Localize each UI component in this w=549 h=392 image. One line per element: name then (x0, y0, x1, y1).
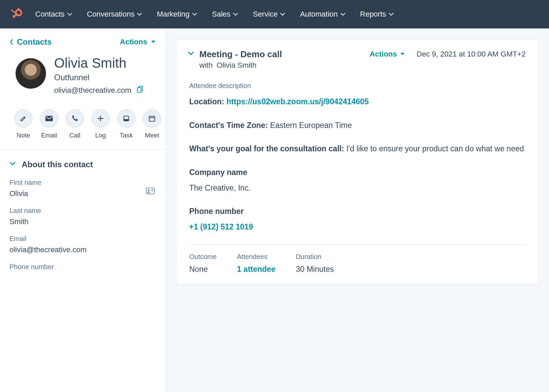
nav-label: Marketing (157, 10, 190, 19)
svg-rect-12 (149, 116, 155, 122)
attendees-value[interactable]: 1 attendee (237, 265, 276, 274)
activity-heading: Meeting - Demo call with Olivia Smith (199, 49, 282, 70)
chevron-down-icon (137, 13, 142, 16)
activity-with: with Olivia Smith (199, 61, 282, 70)
phone-field[interactable]: Phone number (9, 263, 156, 271)
about-title: About this contact (22, 160, 93, 169)
action-label: Task (119, 132, 133, 139)
with-name: Olivia Smith (217, 61, 256, 69)
nav-marketing[interactable]: Marketing (157, 10, 197, 19)
nav-label: Automation (300, 10, 337, 19)
contact-email-row: olivia@thecreative.com (54, 86, 144, 95)
calendar-icon (143, 109, 161, 128)
plus-icon (91, 109, 110, 128)
last-name-value: Smith (9, 217, 156, 226)
attendees-label: Attendees (237, 253, 276, 261)
svg-rect-11 (124, 119, 129, 121)
chevron-down-icon (9, 161, 16, 168)
location-link[interactable]: https://us02web.zoom.us/j/9042414605 (226, 97, 369, 106)
main-container: Contacts Actions Olivia Smith Outfunnel … (0, 28, 549, 392)
caret-down-icon (400, 52, 405, 56)
attendees-col[interactable]: Attendees 1 attendee (237, 253, 276, 274)
nav-sales[interactable]: Sales (212, 10, 238, 19)
phone-label-line: Phone number (189, 205, 526, 218)
email-icon (40, 109, 58, 128)
duration-col[interactable]: Duration 30 Minutes (296, 253, 334, 274)
about-header[interactable]: About this contact (9, 160, 156, 169)
nav-conversations[interactable]: Conversations (87, 10, 142, 19)
svg-rect-8 (137, 88, 141, 92)
nav-service[interactable]: Service (253, 10, 285, 19)
top-nav: Contacts Conversations Marketing Sales S… (0, 0, 549, 28)
contact-actions-dropdown[interactable]: Actions (120, 38, 156, 46)
vcard-icon[interactable] (146, 188, 155, 196)
action-label: Email (41, 132, 57, 139)
action-label: Call (69, 132, 81, 139)
back-label: Contacts (17, 37, 52, 47)
timezone-line: Contact's Time Zone: Eastern European Ti… (189, 119, 526, 132)
nav-reports[interactable]: Reports (360, 10, 394, 19)
timezone-value: Eastern European Time (270, 121, 352, 130)
meet-button[interactable]: Meet (143, 109, 161, 139)
nav-items: Contacts Conversations Marketing Sales S… (35, 10, 394, 19)
nav-label: Contacts (35, 10, 65, 19)
location-line: Location: https://us02web.zoom.us/j/9042… (189, 96, 526, 108)
last-name-label: Last name (9, 207, 156, 215)
activity-body: Attendee description Location: https://u… (188, 82, 526, 274)
hubspot-logo-icon[interactable] (9, 7, 23, 21)
first-name-value: Olivia (9, 189, 156, 198)
contact-name: Olivia Smith (54, 56, 144, 71)
action-label: Note (17, 132, 30, 139)
back-to-contacts[interactable]: Contacts (9, 37, 52, 47)
outcome-col[interactable]: Outcome None (189, 253, 217, 274)
collapse-icon[interactable] (188, 51, 194, 57)
phone-link[interactable]: +1 (912) 512 1019 (189, 222, 253, 231)
action-label: Meet (145, 132, 159, 139)
goal-line: What's your goal for the consultation ca… (189, 143, 526, 155)
goal-label: What's your goal for the consultation ca… (189, 144, 344, 153)
log-button[interactable]: Log (91, 109, 110, 139)
svg-point-17 (148, 189, 150, 191)
copy-icon[interactable] (137, 86, 144, 95)
right-panel: Meeting - Demo call with Olivia Smith Ac… (166, 28, 549, 392)
activity-date: Dec 9, 2021 at 10:00 AM GMT+2 (417, 50, 526, 59)
email-button[interactable]: Email (40, 109, 58, 139)
task-button[interactable]: Task (117, 109, 135, 139)
attendee-description-label: Attendee description (189, 82, 526, 90)
nav-label: Reports (360, 10, 386, 19)
chevron-down-icon (233, 13, 238, 16)
email-value: olivia@thecreative.com (9, 245, 156, 254)
nav-label: Service (253, 10, 278, 19)
nav-label: Sales (212, 10, 230, 19)
divider (189, 244, 526, 245)
first-name-field[interactable]: First name Olivia (9, 179, 156, 198)
phone-icon (66, 109, 84, 128)
email-label: Email (9, 235, 156, 243)
action-label: Log (95, 132, 106, 139)
last-name-field[interactable]: Last name Smith (9, 207, 156, 226)
timezone-label: Contact's Time Zone: (189, 121, 268, 130)
phone-label: Phone number (9, 263, 156, 271)
chevron-down-icon (67, 13, 72, 16)
activity-actions-dropdown[interactable]: Actions (370, 50, 405, 59)
avatar[interactable] (16, 58, 46, 89)
contact-company: Outfunnel (54, 73, 144, 82)
note-button[interactable]: Note (14, 109, 32, 139)
actions-label: Actions (120, 38, 147, 46)
with-prefix: with (199, 61, 213, 69)
activity-head: Meeting - Demo call with Olivia Smith Ac… (188, 49, 526, 70)
outcome-label: Outcome (189, 253, 217, 261)
duration-label: Duration (296, 253, 334, 261)
contact-email: olivia@thecreative.com (54, 86, 131, 95)
call-button[interactable]: Call (66, 109, 84, 139)
nav-automation[interactable]: Automation (300, 10, 345, 19)
left-panel: Contacts Actions Olivia Smith Outfunnel … (0, 28, 166, 392)
email-field[interactable]: Email olivia@thecreative.com (9, 235, 156, 254)
first-name-label: First name (9, 179, 156, 187)
nav-contacts[interactable]: Contacts (35, 10, 72, 19)
actions-label: Actions (370, 50, 397, 59)
chevron-down-icon (341, 13, 345, 16)
goal-value: I'd like to ensure your product can do w… (346, 144, 524, 153)
duration-value: 30 Minutes (296, 265, 334, 274)
about-section: About this contact First name Olivia Las… (0, 150, 166, 271)
